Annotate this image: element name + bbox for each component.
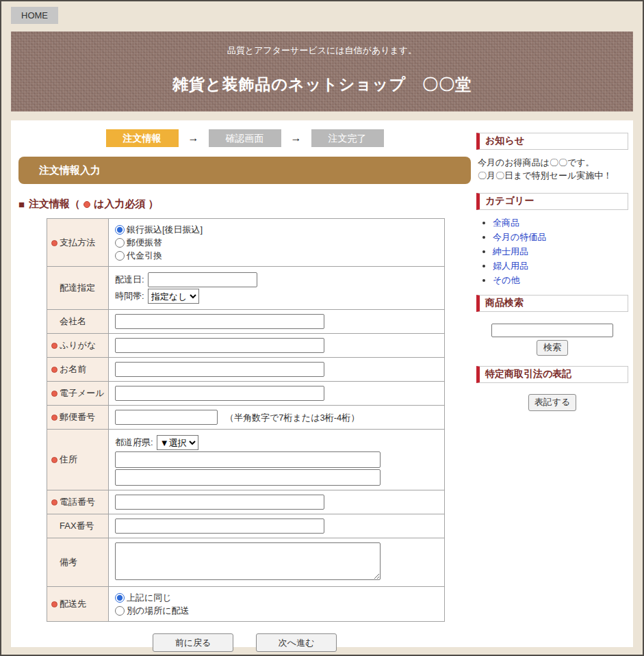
page-title: 注文情報入力 — [18, 157, 471, 184]
payment-option-postal-transfer[interactable]: 郵便振替 — [115, 236, 438, 249]
required-dot-icon — [51, 499, 57, 506]
email-label: 電子メール — [47, 382, 109, 406]
name-input[interactable] — [115, 362, 324, 377]
table-row-remarks: 備考 — [47, 538, 445, 587]
table-row-fax-number: FAX番号 — [47, 514, 445, 538]
payment-option-cod[interactable]: 代金引換 — [115, 249, 438, 262]
payment-option-bank-transfer[interactable]: 銀行振込[後日振込] — [115, 223, 438, 236]
furigana-input[interactable] — [115, 338, 324, 353]
category-link-mens-goods[interactable]: 紳士用品 — [493, 246, 528, 257]
furigana-label: ふりがな — [47, 334, 109, 358]
shipping-destination-label: 配送先 — [47, 587, 109, 622]
bank-transfer-radio[interactable] — [115, 225, 125, 235]
destination-option-same-as-above[interactable]: 上記に同じ — [115, 591, 438, 604]
table-row-shipping-destination: 配送先 上記に同じ 別の場所に配送 — [47, 587, 445, 622]
required-dot-icon — [51, 367, 57, 373]
back-button[interactable]: 前に戻る — [153, 633, 233, 652]
required-dot-icon — [51, 457, 57, 463]
address-cell: 都道府県: ▼選択 — [109, 430, 445, 490]
required-dot-icon — [51, 343, 57, 349]
company-name-cell — [109, 310, 445, 334]
page: HOME 品質とアフターサービスには自信があります。 雑貨と装飾品のネットショッ… — [0, 0, 644, 656]
remarks-textarea[interactable] — [115, 542, 381, 580]
sidebar: お知らせ 今月のお得商品は〇〇です。 〇月〇日まで特別セール実施中！ カテゴリー… — [476, 120, 628, 647]
other-place-radio[interactable] — [115, 606, 125, 616]
postal-transfer-radio[interactable] — [115, 238, 125, 248]
delivery-date-label: 配達日: — [115, 274, 144, 286]
required-dot-icon — [51, 391, 57, 397]
email-input[interactable] — [115, 386, 324, 401]
list-item: 婦人用品 — [493, 260, 628, 272]
company-name-label: 会社名 — [47, 310, 109, 334]
step-arrow-icon: → — [291, 132, 302, 144]
legal-button[interactable]: 表記する — [528, 394, 576, 411]
address-line1-input[interactable] — [115, 451, 381, 468]
table-row-company-name: 会社名 — [47, 310, 445, 334]
cod-radio[interactable] — [115, 251, 125, 261]
destination-option-other-place[interactable]: 別の場所に配送 — [115, 604, 438, 617]
prefecture-select[interactable]: ▼選択 — [157, 435, 198, 450]
payment-method-cell: 銀行振込[後日振込] 郵便振替 代金引換 — [109, 219, 445, 267]
furigana-cell — [109, 334, 445, 358]
table-row-payment-method: 支払方法 銀行振込[後日振込] 郵便振替 代金引換 — [47, 219, 445, 267]
search-input[interactable] — [491, 324, 613, 337]
postal-code-input[interactable] — [115, 410, 218, 425]
required-dot-icon — [51, 415, 57, 421]
list-item: その他 — [493, 274, 628, 287]
name-cell — [109, 358, 445, 382]
field-label: 会社名 — [60, 316, 86, 326]
delivery-date-input[interactable] — [148, 272, 257, 287]
site-tagline: 品質とアフターサービスには自信があります。 — [11, 31, 633, 57]
field-label: お名前 — [60, 364, 86, 374]
phone-number-label: 電話番号 — [47, 490, 109, 514]
category-link-monthly-specials[interactable]: 今月の特価品 — [493, 232, 546, 242]
time-slot-select[interactable]: 指定なし — [148, 289, 199, 304]
main-column: 注文情報 → 確認画面 → 注文完了 注文情報入力 ■ 注文情報（ は入力必須 … — [18, 120, 471, 647]
table-row-furigana: ふりがな — [47, 334, 445, 358]
radio-label: 別の場所に配送 — [127, 604, 190, 617]
postal-code-cell: （半角数字で7桁または3桁-4桁） — [109, 406, 445, 430]
field-label: 配達指定 — [60, 283, 95, 293]
step-complete: 注文完了 — [311, 129, 384, 147]
table-row-postal-code: 郵便番号 （半角数字で7桁または3桁-4桁） — [47, 406, 445, 430]
field-label: 支払方法 — [60, 237, 95, 248]
phone-number-input[interactable] — [115, 495, 324, 510]
required-dot-icon — [51, 601, 57, 607]
news-line-1: 今月のお得商品は〇〇です。 — [478, 157, 595, 168]
form-buttons: 前に戻る 次へ進む — [18, 633, 471, 652]
categories-header: カテゴリー — [476, 193, 628, 210]
fax-number-input[interactable] — [115, 519, 324, 534]
step-arrow-icon: → — [188, 132, 199, 144]
list-item: 紳士用品 — [493, 246, 628, 258]
table-row-email: 電子メール — [47, 382, 445, 406]
radio-label: 銀行振込[後日振込] — [127, 223, 203, 236]
same-as-above-radio[interactable] — [115, 593, 125, 603]
order-steps: 注文情報 → 確認画面 → 注文完了 — [18, 129, 471, 147]
category-link-others[interactable]: その他 — [493, 275, 520, 285]
next-button[interactable]: 次へ進む — [256, 633, 337, 652]
field-label: 備考 — [60, 557, 77, 567]
required-dot-icon — [51, 240, 57, 246]
home-tab[interactable]: HOME — [11, 7, 58, 24]
category-list: 全商品 今月の特価品 紳士用品 婦人用品 その他 — [476, 217, 628, 287]
address-line2-input[interactable] — [115, 469, 381, 486]
search-button[interactable]: 検索 — [537, 340, 568, 356]
fax-number-cell — [109, 514, 445, 538]
company-name-input[interactable] — [115, 314, 324, 329]
email-cell — [109, 382, 445, 406]
category-link-all-products[interactable]: 全商品 — [493, 218, 519, 228]
field-label: 配送先 — [60, 599, 86, 609]
site-banner: 品質とアフターサービスには自信があります。 雑貨と装飾品のネットショップ 〇〇堂 — [11, 31, 633, 111]
step-confirm: 確認画面 — [209, 129, 281, 147]
required-dot-icon — [83, 201, 90, 208]
time-slot-label: 時間帯: — [115, 290, 144, 302]
name-label: お名前 — [47, 358, 109, 382]
table-row-name: お名前 — [47, 358, 445, 382]
field-label: 郵便番号 — [60, 412, 95, 422]
site-title: 雑貨と装飾品のネットショップ 〇〇堂 — [11, 74, 633, 95]
field-label: 電話番号 — [60, 497, 95, 507]
shipping-destination-cell: 上記に同じ 別の場所に配送 — [109, 587, 445, 622]
section-heading: ■ 注文情報（ は入力必須 ） — [18, 198, 471, 211]
field-label: ふりがな — [60, 340, 96, 350]
category-link-womens-goods[interactable]: 婦人用品 — [493, 261, 528, 271]
